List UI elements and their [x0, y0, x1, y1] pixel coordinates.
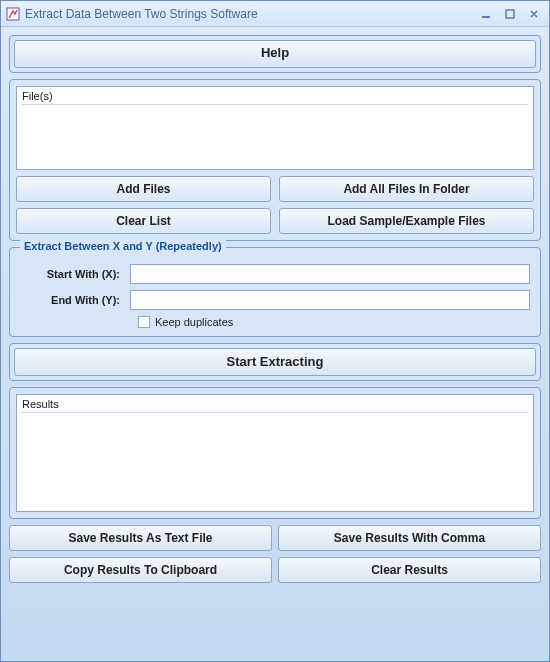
keep-duplicates-label: Keep duplicates — [155, 316, 233, 328]
add-all-files-in-folder-button[interactable]: Add All Files In Folder — [279, 176, 534, 202]
start-with-row: Start With (X): — [20, 264, 530, 284]
save-results-text-button[interactable]: Save Results As Text File — [9, 525, 272, 551]
maximize-button[interactable] — [499, 5, 521, 23]
help-panel: Help — [9, 35, 541, 73]
results-panel: Results — [9, 387, 541, 519]
files-panel: File(s) Add Files Add All Files In Folde… — [9, 79, 541, 241]
extract-options-panel: Extract Between X and Y (Repeatedly) Sta… — [9, 247, 541, 337]
add-files-button[interactable]: Add Files — [16, 176, 271, 202]
titlebar[interactable]: Extract Data Between Two Strings Softwar… — [1, 1, 549, 27]
app-icon — [5, 6, 21, 22]
clear-list-button[interactable]: Clear List — [16, 208, 271, 234]
files-row-1: Add Files Add All Files In Folder — [16, 176, 534, 202]
save-results-comma-button[interactable]: Save Results With Comma — [278, 525, 541, 551]
clear-results-button[interactable]: Clear Results — [278, 557, 541, 583]
help-button[interactable]: Help — [14, 40, 536, 68]
svg-rect-1 — [482, 16, 490, 18]
extract-legend: Extract Between X and Y (Repeatedly) — [20, 240, 226, 252]
keep-duplicates-checkbox[interactable] — [138, 316, 150, 328]
load-sample-files-button[interactable]: Load Sample/Example Files — [279, 208, 534, 234]
close-button[interactable] — [523, 5, 545, 23]
end-with-label: End With (Y): — [20, 294, 130, 306]
copy-results-clipboard-button[interactable]: Copy Results To Clipboard — [9, 557, 272, 583]
results-header: Results — [22, 398, 528, 413]
end-with-row: End With (Y): — [20, 290, 530, 310]
svg-rect-2 — [506, 10, 514, 18]
files-row-2: Clear List Load Sample/Example Files — [16, 208, 534, 234]
minimize-button[interactable] — [475, 5, 497, 23]
results-buttons: Save Results As Text File Save Results W… — [9, 525, 541, 583]
results-listbox[interactable]: Results — [16, 394, 534, 512]
files-listbox[interactable]: File(s) — [16, 86, 534, 170]
window-title: Extract Data Between Two Strings Softwar… — [25, 7, 473, 21]
start-with-label: Start With (X): — [20, 268, 130, 280]
keep-duplicates-row: Keep duplicates — [138, 316, 530, 328]
client-area: Help File(s) Add Files Add All Files In … — [1, 27, 549, 661]
files-header: File(s) — [22, 90, 528, 105]
start-with-input[interactable] — [130, 264, 530, 284]
end-with-input[interactable] — [130, 290, 530, 310]
app-window: Extract Data Between Two Strings Softwar… — [0, 0, 550, 662]
start-extracting-button[interactable]: Start Extracting — [14, 348, 536, 376]
start-panel: Start Extracting — [9, 343, 541, 381]
